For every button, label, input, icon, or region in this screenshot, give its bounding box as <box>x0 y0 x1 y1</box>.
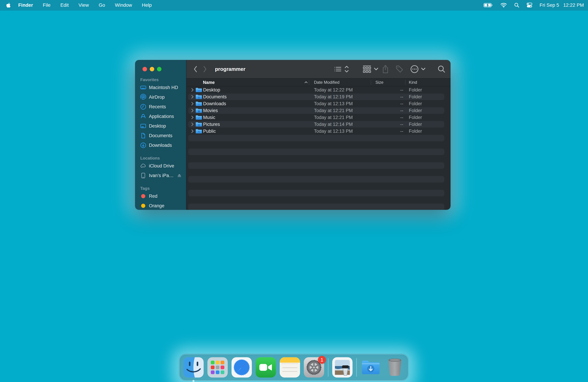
sidebar-item-applications[interactable]: Applications <box>135 112 186 121</box>
file-name: Music <box>203 115 215 120</box>
empty-row <box>187 134 450 141</box>
dock-item-launchpad[interactable] <box>208 357 228 378</box>
file-row-music[interactable]: ♪ Music Today at 12:21 PM -- Folder <box>187 114 450 121</box>
file-row-desktop[interactable]: ▭ Desktop Today at 12:22 PM -- Folder <box>187 86 450 93</box>
control-center-icon[interactable] <box>526 2 532 8</box>
sidebar-item-documents[interactable]: Documents <box>135 131 186 140</box>
column-divider[interactable] <box>309 80 309 85</box>
menu-item-go[interactable]: Go <box>99 2 105 8</box>
safari-icon <box>231 357 252 378</box>
zoom-button[interactable] <box>157 67 162 71</box>
search-button[interactable] <box>437 60 446 78</box>
forward-button[interactable] <box>200 64 210 74</box>
sidebar-section-locations: Locations <box>135 155 186 161</box>
disclosure-chevron-icon[interactable] <box>191 129 194 133</box>
trash-icon <box>385 357 405 378</box>
tag-button[interactable] <box>395 60 404 78</box>
list-view-button[interactable] <box>334 60 342 78</box>
sidebar-item-tag-red[interactable]: Red <box>135 191 186 201</box>
file-size: -- <box>372 94 403 99</box>
dock-item-downloads-folder[interactable] <box>361 357 381 378</box>
dock-item-preview[interactable] <box>332 357 353 378</box>
column-header-date-modified[interactable]: Date Modified <box>314 80 339 85</box>
facetime-icon <box>256 357 276 378</box>
sidebar-item-airdrop[interactable]: AirDrop <box>135 92 186 102</box>
disclosure-chevron-icon[interactable] <box>191 95 194 99</box>
running-indicator <box>192 380 194 382</box>
file-kind: Folder <box>409 108 422 113</box>
column-divider[interactable] <box>371 80 371 85</box>
dock-item-finder[interactable] <box>183 357 204 378</box>
wifi-icon[interactable] <box>500 3 507 8</box>
share-button[interactable] <box>382 60 389 78</box>
launchpad-icon <box>208 357 228 378</box>
spotlight-search-icon[interactable] <box>514 2 519 8</box>
group-by-icon <box>362 65 372 73</box>
ellipsis-circle-icon <box>410 65 419 73</box>
disclosure-chevron-icon[interactable] <box>191 109 194 113</box>
sidebar-item-desktop[interactable]: Desktop <box>135 121 186 131</box>
minimize-button[interactable] <box>150 67 154 71</box>
battery-charging-icon[interactable] <box>483 3 493 8</box>
dock-item-facetime[interactable] <box>256 357 276 378</box>
sidebar-item-label: iCloud Drive <box>149 163 174 169</box>
file-date-modified: Today at 12:22 PM <box>314 87 353 93</box>
chevron-right-icon <box>202 66 208 73</box>
column-divider[interactable] <box>405 80 405 85</box>
sidebar-item-icloud-drive[interactable]: iCloud Drive <box>135 161 186 171</box>
sidebar-item-tag-orange[interactable]: Orange <box>135 201 186 210</box>
file-row-movies[interactable]: ▦ Movies Today at 12:21 PM -- Folder <box>187 107 450 114</box>
dock-item-system-settings[interactable]: 1 <box>304 357 324 378</box>
apple-logo-icon <box>6 2 11 8</box>
menu-item-edit[interactable]: Edit <box>61 2 69 8</box>
column-header-size[interactable]: Size <box>376 80 383 85</box>
menu-item-window[interactable]: Window <box>115 2 132 8</box>
dock-separator <box>328 358 328 377</box>
disclosure-chevron-icon[interactable] <box>191 115 194 119</box>
sidebar-item-macintosh-hd[interactable]: Macintosh HD <box>135 83 186 92</box>
menu-item-help[interactable]: Help <box>142 2 152 8</box>
menu-item-finder[interactable]: Finder <box>18 2 33 8</box>
more-actions-chevron[interactable] <box>421 60 426 78</box>
folder-icon: ⇅ <box>195 128 202 134</box>
more-actions-button[interactable] <box>410 60 419 78</box>
file-date-modified: Today at 12:13 PM <box>314 129 353 134</box>
group-by-button[interactable] <box>362 60 372 78</box>
menu-bar-clock[interactable]: Fri Sep 5 12:22 PM <box>540 2 584 8</box>
sidebar-item-ivans-ipad[interactable]: Ivan’s iPa… <box>135 171 186 180</box>
file-kind: Folder <box>409 94 422 99</box>
file-row-public[interactable]: ⇅ Public Today at 12:13 PM -- Folder <box>187 128 450 134</box>
back-button[interactable] <box>191 64 200 74</box>
column-header-name[interactable]: Name <box>203 80 215 85</box>
dock-item-trash[interactable] <box>385 357 405 378</box>
apple-menu[interactable] <box>6 2 11 8</box>
svg-text:⇅: ⇅ <box>198 131 200 133</box>
chevron-updown-icon <box>344 65 349 73</box>
file-size: -- <box>372 87 403 93</box>
sort-updown-button[interactable] <box>344 60 349 78</box>
close-button[interactable] <box>143 67 147 71</box>
file-name: Desktop <box>203 87 220 93</box>
ipad-icon <box>140 172 147 179</box>
file-name: Movies <box>203 108 218 113</box>
dock-item-notes[interactable] <box>280 357 300 378</box>
menu-item-view[interactable]: View <box>79 2 89 8</box>
file-kind: Folder <box>409 115 422 120</box>
group-by-chevron[interactable] <box>374 60 378 78</box>
dock-item-safari[interactable] <box>231 357 252 378</box>
menu-item-file[interactable]: File <box>43 2 51 8</box>
sidebar-item-downloads[interactable]: Downloads <box>135 140 186 150</box>
disclosure-chevron-icon[interactable] <box>191 102 194 106</box>
disclosure-chevron-icon[interactable] <box>191 122 194 126</box>
column-header-kind[interactable]: Kind <box>409 80 417 85</box>
disclosure-chevron-icon[interactable] <box>191 88 194 92</box>
dock: 1 <box>179 354 408 381</box>
search-icon <box>437 65 446 73</box>
file-list: ▭ Desktop Today at 12:22 PM -- Folder ▤ … <box>187 86 450 210</box>
file-row-documents[interactable]: ▤ Documents Today at 12:19 PM -- Folder <box>187 93 450 100</box>
file-row-pictures[interactable]: ▨ Pictures Today at 12:14 PM -- Folder <box>187 121 450 128</box>
eject-icon[interactable] <box>177 173 182 178</box>
file-row-downloads[interactable]: ↓ Downloads Today at 12:13 PM -- Folder <box>187 100 450 107</box>
chevron-down-icon <box>374 67 378 71</box>
sidebar-item-recents[interactable]: Recents <box>135 102 186 112</box>
